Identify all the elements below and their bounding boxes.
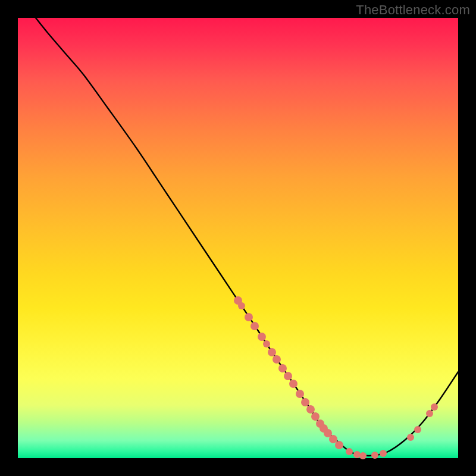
chart-plot-area bbox=[18, 18, 458, 458]
data-dot bbox=[258, 333, 266, 341]
bottleneck-curve-line bbox=[36, 18, 458, 456]
data-dot bbox=[371, 452, 378, 459]
data-dot bbox=[426, 410, 433, 417]
data-dot bbox=[296, 390, 304, 398]
data-dot bbox=[284, 372, 292, 380]
data-dot bbox=[359, 452, 367, 459]
data-dot bbox=[273, 355, 281, 364]
data-dot bbox=[414, 426, 421, 433]
data-dot bbox=[306, 405, 315, 414]
data-dot bbox=[263, 340, 270, 347]
data-dot bbox=[346, 448, 353, 455]
data-dot bbox=[250, 322, 259, 330]
bottleneck-chart-svg bbox=[18, 18, 458, 458]
data-dot bbox=[238, 302, 245, 309]
data-dot bbox=[335, 441, 343, 449]
data-dot bbox=[245, 313, 253, 321]
data-dot bbox=[268, 348, 276, 356]
data-dot bbox=[311, 412, 320, 421]
data-dot bbox=[301, 398, 309, 406]
data-dot bbox=[353, 451, 361, 458]
watermark-text: TheBottleneck.com bbox=[356, 2, 470, 18]
data-dot bbox=[289, 380, 298, 388]
data-dot bbox=[278, 364, 287, 372]
data-dots-group bbox=[234, 296, 438, 459]
data-dot bbox=[329, 435, 337, 443]
data-dot bbox=[380, 450, 387, 457]
data-dot bbox=[431, 403, 438, 411]
data-dot bbox=[407, 434, 414, 441]
